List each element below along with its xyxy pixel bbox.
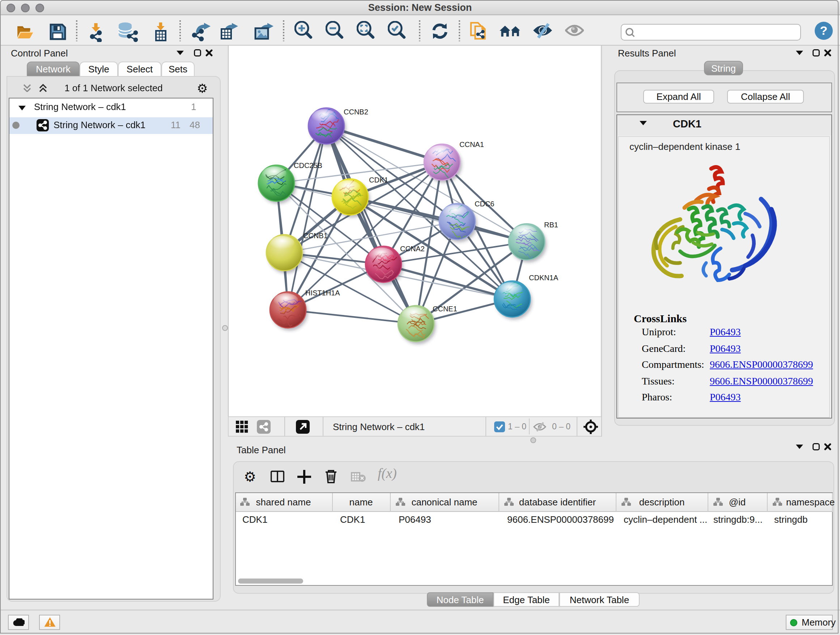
svg-text:RB1: RB1 (544, 221, 558, 229)
svg-text:CCNB2: CCNB2 (344, 108, 368, 116)
svg-text:CDC6: CDC6 (475, 200, 494, 208)
svg-text:CCNB1: CCNB1 (303, 232, 328, 240)
svg-text:CCNE1: CCNE1 (433, 305, 457, 313)
svg-text:CDKN1A: CDKN1A (529, 274, 559, 282)
svg-text:CCNA2: CCNA2 (400, 245, 425, 253)
svg-text:CCNA1: CCNA1 (459, 141, 484, 149)
svg-text:CDK1: CDK1 (369, 176, 388, 184)
svg-text:CDC25B: CDC25B (294, 162, 322, 169)
svg-text:HIST1H1A: HIST1H1A (305, 289, 340, 297)
